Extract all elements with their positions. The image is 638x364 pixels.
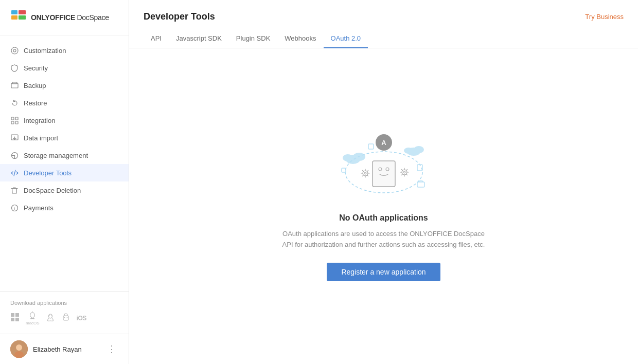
empty-state-description: OAuth applications are used to access th…	[281, 229, 487, 250]
oauth-illustration: A	[338, 131, 430, 203]
ios-icon[interactable]: iOS	[77, 315, 86, 322]
svg-point-34	[414, 146, 424, 153]
sidebar-item-payments[interactable]: i Payments	[0, 199, 129, 216]
svg-point-22	[51, 315, 52, 316]
svg-point-4	[11, 47, 18, 54]
main-header: Developer Tools Try Business	[129, 0, 638, 22]
sidebar-item-label: Storage management	[24, 152, 88, 159]
macos-icon-wrapper[interactable]: macOS	[26, 311, 40, 325]
data-import-icon	[10, 134, 19, 142]
sidebar-item-storage-management[interactable]: Storage management	[0, 147, 129, 164]
main-content: Developer Tools Try Business API Javascr…	[129, 0, 638, 364]
sidebar-item-security[interactable]: Security	[0, 59, 129, 77]
svg-point-35	[404, 148, 413, 154]
sidebar-item-label: Payments	[24, 204, 54, 212]
svg-point-46	[364, 172, 366, 174]
svg-rect-11	[15, 121, 18, 124]
sidebar-nav: Customization Security Backup Restore	[0, 35, 129, 291]
svg-point-5	[13, 49, 16, 52]
svg-rect-23	[63, 316, 68, 320]
register-application-button[interactable]: Register a new application	[327, 263, 440, 281]
svg-rect-18	[11, 318, 14, 321]
svg-rect-36	[368, 144, 374, 149]
deletion-icon	[10, 186, 19, 194]
sidebar-item-label: Data import	[24, 134, 58, 142]
backup-icon	[10, 81, 19, 89]
sidebar-item-label: Backup	[24, 82, 46, 89]
svg-rect-10	[11, 121, 14, 124]
empty-state: A	[281, 131, 487, 281]
empty-state-title: No OAuth applications	[339, 213, 428, 223]
main-body: A	[129, 48, 638, 364]
svg-rect-16	[11, 313, 14, 317]
tab-plugin-sdk[interactable]: Plugin SDK	[229, 29, 277, 48]
svg-text:A: A	[381, 139, 386, 147]
svg-rect-19	[15, 318, 19, 321]
sidebar-item-data-import[interactable]: Data import	[0, 129, 129, 147]
svg-point-24	[64, 317, 65, 318]
sidebar-item-docspace-deletion[interactable]: DocSpace Deletion	[0, 181, 129, 199]
storage-icon	[10, 151, 19, 159]
sidebar-item-label: Customization	[24, 47, 66, 54]
svg-point-25	[66, 317, 67, 318]
download-section: Download applications macOS iOS	[0, 291, 129, 334]
sidebar: ONLYOFFICE DocSpace Customization Securi…	[0, 0, 129, 364]
sidebar-item-label: Security	[24, 64, 48, 72]
tabs-bar: API Javascript SDK Plugin SDK Webhooks O…	[129, 29, 638, 48]
linux-icon[interactable]	[46, 313, 55, 324]
svg-point-21	[49, 315, 50, 316]
sidebar-item-customization[interactable]: Customization	[0, 42, 129, 59]
download-icons: macOS iOS	[10, 311, 118, 325]
svg-rect-0	[11, 10, 17, 14]
payments-icon: i	[10, 204, 19, 212]
sidebar-item-label: Developer Tools	[24, 169, 72, 177]
svg-text:i: i	[14, 206, 15, 211]
customization-icon	[10, 46, 19, 54]
windows-icon[interactable]	[10, 313, 20, 324]
sidebar-item-backup[interactable]: Backup	[0, 77, 129, 94]
svg-rect-38	[342, 168, 346, 172]
user-menu-button[interactable]: ⋮	[105, 341, 118, 357]
svg-rect-3	[19, 15, 26, 20]
user-bar: Elizabeth Rayan ⋮	[0, 334, 129, 364]
svg-point-48	[403, 171, 405, 173]
avatar	[10, 340, 28, 358]
security-icon	[10, 64, 19, 72]
svg-rect-1	[11, 15, 17, 20]
svg-rect-39	[417, 182, 424, 187]
developer-tools-icon	[10, 169, 19, 177]
sidebar-item-label: Integration	[24, 117, 55, 124]
svg-point-32	[343, 154, 353, 161]
page-title: Developer Tools	[144, 11, 215, 22]
svg-rect-9	[15, 117, 18, 120]
tab-javascript-sdk[interactable]: Javascript SDK	[169, 29, 229, 48]
download-label: Download applications	[10, 300, 118, 306]
try-business-link[interactable]: Try Business	[585, 13, 624, 21]
android-icon[interactable]	[61, 313, 70, 324]
tab-webhooks[interactable]: Webhooks	[277, 29, 323, 48]
svg-rect-17	[15, 313, 19, 317]
svg-point-27	[16, 344, 22, 351]
svg-point-20	[48, 314, 52, 318]
svg-rect-42	[373, 161, 395, 187]
sidebar-item-integration[interactable]: Integration	[0, 112, 129, 129]
sidebar-item-restore[interactable]: Restore	[0, 94, 129, 112]
tab-oauth2[interactable]: OAuth 2.0	[324, 29, 368, 48]
sidebar-item-label: DocSpace Deletion	[24, 187, 81, 194]
svg-point-31	[353, 153, 365, 161]
user-name: Elizabeth Rayan	[33, 345, 100, 353]
svg-rect-2	[19, 10, 26, 14]
sidebar-item-developer-tools[interactable]: Developer Tools	[0, 164, 129, 181]
macos-icon	[28, 311, 37, 320]
sidebar-item-label: Restore	[24, 99, 47, 107]
restore-icon	[10, 99, 19, 107]
integration-icon	[10, 116, 19, 124]
logo-text: ONLYOFFICE DocSpace	[31, 13, 109, 22]
tab-api[interactable]: API	[144, 29, 169, 48]
logo-icon	[10, 9, 27, 26]
svg-rect-8	[11, 117, 14, 120]
logo: ONLYOFFICE DocSpace	[0, 0, 129, 35]
